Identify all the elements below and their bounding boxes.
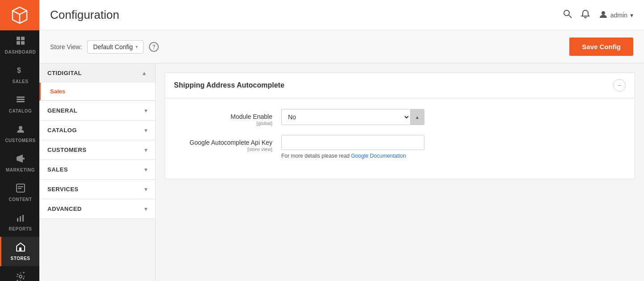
svg-rect-2 <box>17 37 20 40</box>
section-shipping-autocomplete: Shipping Address Autocomplete − Module E… <box>165 72 635 179</box>
sidebar-item-label: SALES <box>13 79 29 84</box>
chevron-down-icon: ▾ <box>144 127 148 134</box>
left-nav-section-advanced: ADVANCED ▾ <box>39 199 155 219</box>
svg-rect-17 <box>20 216 21 222</box>
form-row-module-enable: Module Enable [global] No Yes ▲ <box>174 109 626 126</box>
section-title: Shipping Address Autocomplete <box>174 81 284 89</box>
left-nav-header-general[interactable]: GENERAL ▾ <box>39 101 155 120</box>
chevron-down-icon: ▾ <box>144 206 148 212</box>
svg-rect-4 <box>17 41 20 45</box>
left-nav-section-catalog: CATALOG ▾ <box>39 121 155 140</box>
store-view-chevron-icon: ▾ <box>136 44 138 49</box>
sidebar-item-content[interactable]: CONTENT <box>0 178 39 207</box>
user-menu[interactable]: admin ▾ <box>599 10 633 20</box>
store-view-select[interactable]: Default Config ▾ <box>87 40 144 54</box>
system-icon <box>16 272 25 281</box>
svg-point-22 <box>602 11 605 15</box>
store-view-value: Default Config <box>93 43 133 50</box>
topbar: Configuration adm <box>39 0 644 30</box>
notifications-icon[interactable] <box>581 9 590 21</box>
chevron-down-icon: ▾ <box>144 108 148 114</box>
svg-rect-19 <box>19 247 21 251</box>
chevron-down-icon: ▾ <box>144 186 148 193</box>
form-help-text: For more details please read Google Docu… <box>281 153 626 159</box>
svg-rect-16 <box>17 218 18 222</box>
toggle-icon: − <box>618 82 621 89</box>
form-row-google-api-key: Google Autocomplete Api Key [store view]… <box>174 135 626 159</box>
module-enable-label: Module Enable <box>231 113 272 120</box>
section-header[interactable]: Shipping Address Autocomplete − <box>165 73 635 98</box>
sidebar-item-label: CUSTOMERS <box>5 138 35 143</box>
left-nav-header-sales[interactable]: SALES ▾ <box>39 160 155 179</box>
google-api-key-input[interactable] <box>281 135 424 150</box>
content-icon <box>16 183 25 195</box>
main-area: Configuration adm <box>39 0 644 281</box>
section-body: Module Enable [global] No Yes ▲ <box>165 98 635 179</box>
sidebar-item-label: MARKETING <box>6 168 35 172</box>
sales-icon: $ <box>16 65 25 77</box>
sidebar-item-catalog[interactable]: CATALOG <box>0 89 39 119</box>
save-config-button[interactable]: Save Config <box>569 38 633 56</box>
google-api-key-scope: [store view] <box>174 147 272 152</box>
module-enable-select[interactable]: No Yes <box>282 109 410 125</box>
dashboard-icon <box>16 36 25 48</box>
sidebar-item-customers[interactable]: CUSTOMERS <box>0 119 39 148</box>
sidebar-item-label: CONTENT <box>9 197 32 202</box>
svg-rect-14 <box>18 186 23 187</box>
section-toggle-button[interactable]: − <box>613 79 626 92</box>
google-documentation-link[interactable]: Google Documentation <box>351 153 406 159</box>
sidebar-item-label: DASHBOARD <box>5 50 36 55</box>
left-nav-section-general: GENERAL ▾ <box>39 101 155 121</box>
left-nav-header-ctidigital[interactable]: CTIDIGITAL ▲ <box>39 63 155 83</box>
module-enable-select-wrapper: No Yes ▲ <box>281 109 424 125</box>
reports-icon <box>16 213 25 225</box>
svg-text:$: $ <box>17 67 21 74</box>
module-enable-select-btn[interactable]: ▲ <box>410 109 424 125</box>
help-icon[interactable]: ? <box>149 42 159 52</box>
left-nav-header-catalog[interactable]: CATALOG ▾ <box>39 121 155 140</box>
left-nav-sub-item-sales[interactable]: Sales <box>39 83 155 101</box>
left-nav-section-customers: CUSTOMERS ▾ <box>39 140 155 160</box>
left-nav-section-ctidigital: CTIDIGITAL ▲ Sales <box>39 63 155 101</box>
sidebar-item-marketing[interactable]: MARKETING <box>0 148 39 178</box>
customers-icon <box>16 124 25 136</box>
sidebar-item-sales[interactable]: $ SALES <box>0 60 39 89</box>
content-area: Store View: Default Config ▾ ? Save Conf… <box>39 30 644 281</box>
sidebar-item-dashboard[interactable]: DASHBOARD <box>0 30 39 60</box>
user-name: admin <box>610 12 627 19</box>
sidebar: DASHBOARD $ SALES CATALOG CUSTOMERS MARK… <box>0 0 39 281</box>
search-icon[interactable] <box>563 9 572 21</box>
left-nav-sub-ctidigital: Sales <box>39 83 155 101</box>
marketing-icon <box>16 154 25 166</box>
user-avatar-icon <box>599 10 608 20</box>
svg-rect-3 <box>21 37 25 40</box>
svg-point-10 <box>19 126 22 130</box>
sidebar-item-reports[interactable]: REPORTS <box>0 207 39 237</box>
chevron-down-icon: ▾ <box>144 167 148 173</box>
form-control-col-module-enable: No Yes ▲ <box>281 109 626 125</box>
left-nav-header-customers[interactable]: CUSTOMERS ▾ <box>39 140 155 159</box>
main-panel: Shipping Address Autocomplete − Module E… <box>156 63 644 281</box>
config-body: CTIDIGITAL ▲ Sales GENERAL ▾ <box>39 63 644 281</box>
sidebar-item-label: REPORTS <box>9 226 32 231</box>
svg-rect-7 <box>17 96 25 98</box>
svg-point-20 <box>564 10 569 16</box>
svg-marker-11 <box>17 155 23 163</box>
catalog-icon <box>16 95 25 107</box>
chevron-down-icon: ▾ <box>630 12 633 19</box>
left-nav-header-services[interactable]: SERVICES ▾ <box>39 180 155 199</box>
google-api-key-label: Google Autocomplete Api Key <box>190 139 272 146</box>
form-label-col-google-api-key: Google Autocomplete Api Key [store view] <box>174 135 281 152</box>
sidebar-item-system[interactable]: SYSTEM <box>0 266 39 281</box>
svg-rect-15 <box>18 188 21 189</box>
chevron-up-icon: ▲ <box>142 70 147 76</box>
left-nav-header-advanced[interactable]: ADVANCED ▾ <box>39 199 155 218</box>
sidebar-item-stores[interactable]: STORES <box>0 237 39 266</box>
sidebar-logo <box>0 0 39 30</box>
left-nav-section-services: SERVICES ▾ <box>39 180 155 199</box>
left-nav: CTIDIGITAL ▲ Sales GENERAL ▾ <box>39 63 156 281</box>
page-title: Configuration <box>50 8 563 22</box>
sidebar-item-label: CATALOG <box>9 109 32 113</box>
store-view-left: Store View: Default Config ▾ ? <box>50 40 159 54</box>
form-label-col-module-enable: Module Enable [global] <box>174 109 281 126</box>
